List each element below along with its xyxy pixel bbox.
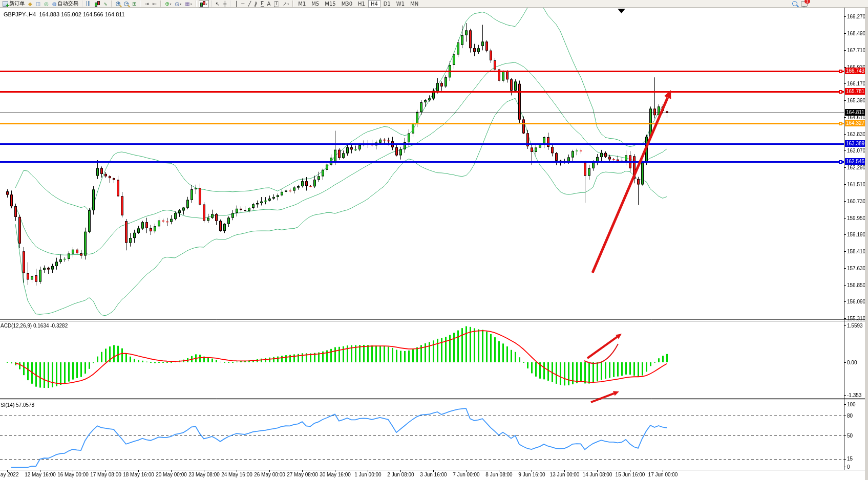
arrows-dropdown-icon[interactable]: ▾ bbox=[287, 2, 289, 6]
tile-windows-icon: ⊞ bbox=[132, 1, 136, 7]
templates-icon: ▦ bbox=[185, 1, 189, 7]
horizontal-line-icon: ─ bbox=[241, 1, 244, 7]
new-order-button-label: 新订单 bbox=[9, 0, 25, 7]
fibonacci-button[interactable]: F bbox=[259, 0, 265, 8]
cursor-button[interactable]: ↖ bbox=[214, 0, 221, 8]
horizontal-line-button[interactable]: ─ bbox=[240, 0, 246, 8]
periods-icon: ◷ bbox=[175, 1, 180, 7]
timeframe-d1-button[interactable]: D1 bbox=[381, 0, 393, 8]
zoom-in-button[interactable] bbox=[114, 0, 122, 8]
toolbar: 新订单◆◫◎◍自动交易∿⊞⇥⇤⊕▾◷▾▦▾▾↖┼│─╱∥FAT↗▾M1M5M15… bbox=[0, 0, 868, 8]
toolbar-separator bbox=[211, 1, 212, 7]
vertical-line-button[interactable]: │ bbox=[233, 0, 239, 8]
timeframe-h1-button[interactable]: H1 bbox=[355, 0, 368, 8]
text-label-button[interactable]: T bbox=[272, 0, 281, 8]
search-button[interactable] bbox=[791, 0, 799, 8]
indicators-button[interactable]: ⊕▾ bbox=[163, 0, 173, 8]
notification-badge: 1 bbox=[805, 0, 810, 4]
chart-mode-dropdown-icon[interactable]: ▾ bbox=[206, 2, 207, 6]
periods-dropdown-icon[interactable]: ▾ bbox=[180, 2, 181, 6]
price-axis-badge-166.743: 166.743 bbox=[845, 68, 865, 74]
templates-button[interactable]: ▦▾ bbox=[183, 0, 193, 8]
profiles-icon: ◆ bbox=[28, 1, 32, 7]
tile-windows-button[interactable]: ⊞ bbox=[131, 0, 138, 8]
timeframe-m5-button[interactable]: M5 bbox=[309, 0, 322, 8]
channel-icon: ∥ bbox=[254, 1, 258, 7]
indicators-icon: ⊕ bbox=[165, 1, 169, 7]
toolbar-separator bbox=[160, 1, 161, 7]
bar-chart-icon bbox=[87, 1, 91, 6]
price-chart-canvas[interactable] bbox=[0, 0, 868, 480]
auto-scroll-button[interactable]: ⇥ bbox=[143, 0, 150, 8]
new-order-icon bbox=[3, 1, 8, 7]
indicators-dropdown-icon[interactable]: ▾ bbox=[170, 2, 172, 6]
price-axis-badge-165.781: 165.781 bbox=[845, 88, 865, 95]
text-icon: A bbox=[267, 1, 271, 7]
chart-shift-icon: ⇤ bbox=[153, 1, 157, 7]
cursor-icon: ↖ bbox=[216, 1, 220, 7]
price-axis-badge-164.327: 164.327 bbox=[845, 120, 865, 126]
arrows-button[interactable]: ↗▾ bbox=[281, 0, 290, 8]
toolbar-separator bbox=[292, 1, 293, 7]
trendline-icon: ╱ bbox=[248, 1, 251, 7]
timeframe-m1-button[interactable]: M1 bbox=[295, 0, 308, 8]
chart-shift-button[interactable]: ⇤ bbox=[151, 0, 158, 8]
chat-icon: 1 bbox=[801, 1, 808, 7]
chat-button[interactable]: 1 bbox=[799, 0, 809, 8]
timeframe-m15-button[interactable]: M15 bbox=[322, 0, 338, 8]
price-axis-badge-162.545: 162.545 bbox=[845, 158, 865, 165]
autotrading-button[interactable]: ◍自动交易 bbox=[51, 0, 80, 8]
price-axis-badge-163.389: 163.389 bbox=[845, 140, 865, 147]
toolbar-separator bbox=[196, 1, 197, 7]
timeframe-h4-button[interactable]: H4 bbox=[368, 0, 380, 8]
line-chart-button[interactable]: ∿ bbox=[102, 0, 109, 8]
fibonacci-icon: F bbox=[261, 1, 263, 7]
window-edge bbox=[865, 0, 868, 480]
trendline-button[interactable]: ╱ bbox=[246, 0, 252, 8]
toolbar-separator bbox=[230, 1, 231, 7]
channel-button[interactable]: ∥ bbox=[253, 0, 259, 8]
toolbar-separator bbox=[82, 1, 83, 7]
autotrading-button-label: 自动交易 bbox=[58, 0, 78, 7]
timeframe-m30-button[interactable]: M30 bbox=[339, 0, 355, 8]
candlestick-chart-icon bbox=[95, 1, 100, 7]
candlestick-chart-button[interactable] bbox=[93, 0, 101, 8]
auto-scroll-icon: ⇥ bbox=[144, 1, 149, 7]
templates-dropdown-icon[interactable]: ▾ bbox=[190, 2, 192, 6]
autotrading-icon: ◍ bbox=[52, 1, 57, 7]
text-label-icon: T bbox=[274, 1, 279, 7]
profiles-button[interactable]: ◆ bbox=[27, 0, 34, 8]
timeframe-w1-button[interactable]: W1 bbox=[394, 0, 407, 8]
chart-symbol-title: GBPJPY-,H4 164.883 165.002 164.566 164.8… bbox=[4, 11, 125, 17]
chart-mode-button[interactable]: ▾ bbox=[199, 0, 209, 8]
periods-button[interactable]: ◷▾ bbox=[174, 0, 183, 8]
price-axis-badge-164.811: 164.811 bbox=[845, 109, 865, 116]
market-watch-button[interactable]: ◫ bbox=[34, 0, 42, 8]
vertical-line-icon: │ bbox=[235, 1, 238, 7]
line-chart-icon: ∿ bbox=[103, 1, 108, 7]
signal-icon: ◎ bbox=[44, 1, 49, 7]
crosshair-button[interactable]: ┼ bbox=[222, 0, 228, 8]
zoom-out-button[interactable] bbox=[122, 0, 130, 8]
timeframe-mn-button[interactable]: MN bbox=[408, 0, 421, 8]
new-order-button[interactable]: 新订单 bbox=[1, 0, 26, 8]
toolbar-separator bbox=[111, 1, 112, 7]
toolbar-separator bbox=[140, 1, 141, 7]
zoom-out-icon bbox=[124, 2, 129, 6]
crosshair-icon: ┼ bbox=[223, 1, 226, 7]
market-watch-icon: ◫ bbox=[36, 1, 40, 7]
text-button[interactable]: A bbox=[266, 0, 272, 8]
bar-chart-button[interactable] bbox=[85, 0, 93, 8]
chart-mode-icon bbox=[200, 1, 205, 7]
arrows-icon: ↗ bbox=[283, 1, 287, 7]
zoom-in-icon bbox=[116, 2, 120, 6]
signal-button[interactable]: ◎ bbox=[43, 0, 50, 8]
search-icon bbox=[792, 1, 797, 6]
macd-indicator-label: ACD(12,26,9) 0.1634 -0.3282 bbox=[1, 323, 68, 329]
rsi-indicator-label: SI(14) 57.0578 bbox=[1, 402, 34, 408]
